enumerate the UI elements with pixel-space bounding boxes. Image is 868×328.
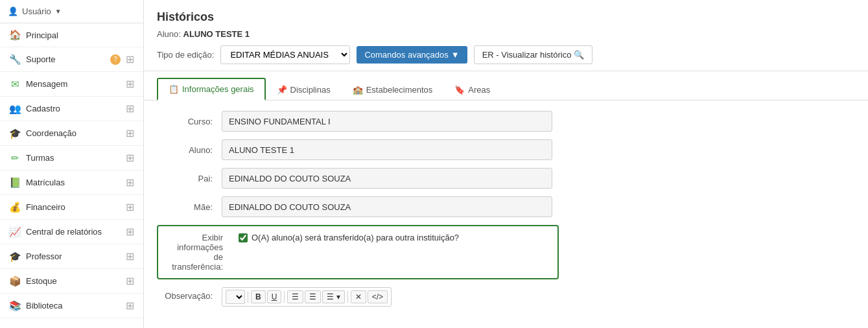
tabs-bar: 📋 Informações gerais 📌 Disciplinas 🏫 Est…	[144, 78, 868, 100]
tab-label: Disciplinas	[290, 85, 331, 95]
bold-button[interactable]: B	[251, 290, 266, 303]
code-button[interactable]: </>	[368, 290, 388, 303]
student-info: Aluno: ALUNO TESTE 1	[157, 29, 855, 39]
professor-icon: 🎓	[9, 251, 21, 263]
student-name: ALUNO TESTE 1	[183, 29, 250, 39]
sidebar-item-label: Financeiro	[26, 202, 121, 212]
message-icon: ✉	[9, 78, 21, 90]
support-badge: ?	[110, 54, 121, 65]
toolbar-separator	[347, 291, 348, 303]
chevron-down-icon: ▼	[451, 50, 460, 60]
curso-input[interactable]	[222, 111, 552, 132]
expand-icon[interactable]: ⊞	[126, 152, 134, 164]
expand-icon[interactable]: ⊞	[126, 176, 134, 189]
aluno-label: Aluno:	[157, 145, 222, 155]
expand-icon[interactable]: ⊞	[126, 275, 134, 287]
sidebar: 👤 Usuário ▼ 🏠 Principal 🔧 Suporte ? ⊞ ✉ …	[0, 0, 144, 328]
library-icon: 📚	[9, 300, 21, 312]
aluno-input[interactable]	[222, 139, 552, 160]
transfer-checkbox[interactable]	[239, 233, 248, 242]
transfer-label: Exibir informações de transferência:	[167, 233, 232, 272]
reports-icon: 📈	[9, 226, 21, 238]
pai-input[interactable]	[222, 168, 552, 189]
search-icon: 🔍	[574, 50, 584, 60]
sidebar-item-label: Mensagem	[26, 79, 121, 89]
sidebar-item-label: Estoque	[26, 276, 121, 286]
page-header: Históricos Aluno: ALUNO TESTE 1 Tipo de …	[144, 0, 868, 71]
tipo-label: Tipo de edição:	[157, 50, 214, 60]
enrollment-icon: 📗	[9, 177, 21, 189]
sidebar-item-mensagem[interactable]: ✉ Mensagem ⊞	[0, 72, 143, 97]
font-size-select[interactable]	[226, 290, 245, 304]
sidebar-item-label: Coordenação	[26, 128, 121, 138]
toolbar-separator	[248, 291, 248, 303]
sidebar-item-label: Principal	[26, 30, 134, 40]
sidebar-item-cadastro[interactable]: 👥 Cadastro ⊞	[0, 97, 143, 121]
mae-row: Mãe:	[157, 196, 855, 217]
form-content: Curso: Aluno: Pai: Mãe: Exibir informaçõ…	[144, 100, 868, 322]
home-icon: 🏠	[9, 29, 21, 41]
sidebar-item-suporte[interactable]: 🔧 Suporte ? ⊞	[0, 47, 143, 72]
sidebar-item-turmas[interactable]: ✏ Turmas ⊞	[0, 146, 143, 170]
sidebar-item-label: Central de relatórios	[26, 227, 121, 237]
sidebar-item-central-relatorios[interactable]: 📈 Central de relatórios ⊞	[0, 220, 143, 244]
sidebar-item-label: Matrículas	[26, 178, 121, 187]
expand-icon[interactable]: ⊞	[126, 78, 134, 90]
expand-icon[interactable]: ⊞	[126, 226, 134, 238]
clear-button[interactable]: ✕	[351, 290, 366, 303]
tab-icon: 🏫	[353, 85, 363, 95]
expand-icon[interactable]: ⊞	[126, 299, 134, 312]
curso-label: Curso:	[157, 117, 222, 126]
editor-toolbar: B U ☰ ☰ ☰ ▾ ✕ </>	[222, 287, 392, 307]
tab-estabelecimentos[interactable]: 🏫 Estabelecimentos	[342, 78, 444, 100]
page-title: Históricos	[157, 10, 855, 24]
sidebar-item-biblioteca[interactable]: 📚 Biblioteca ⊞	[0, 294, 143, 318]
tipo-select[interactable]: EDITAR MÉDIAS ANUAIS	[220, 45, 350, 64]
underline-button[interactable]: U	[267, 290, 282, 303]
tab-areas[interactable]: 🔖 Areas	[443, 78, 501, 100]
sidebar-item-label: Professor	[26, 252, 121, 261]
chevron-down-icon: ▼	[55, 8, 62, 15]
tab-icon: 📋	[169, 84, 179, 94]
tab-icon: 🔖	[454, 85, 465, 95]
expand-icon[interactable]: ⊞	[126, 201, 134, 213]
sidebar-item-label: Suporte	[26, 54, 102, 64]
sidebar-item-principal[interactable]: 🏠 Principal	[0, 23, 143, 47]
classes-icon: ✏	[9, 152, 21, 164]
support-icon: 🔧	[9, 54, 21, 65]
er-history-label: ER - Visualizar histórico	[482, 50, 572, 60]
mae-label: Mãe:	[157, 202, 222, 212]
toolbar-separator	[284, 291, 285, 303]
er-history-button[interactable]: ER - Visualizar histórico 🔍	[474, 45, 593, 64]
transfer-content: O(A) aluno(a) será transferido(a) para o…	[239, 233, 459, 242]
list-ol-button[interactable]: ☰	[305, 290, 321, 303]
editor-area: B U ☰ ☰ ☰ ▾ ✕ </>	[222, 287, 392, 307]
sidebar-item-professor[interactable]: 🎓 Professor ⊞	[0, 244, 143, 269]
pai-label: Pai:	[157, 174, 222, 183]
expand-icon[interactable]: ⊞	[126, 127, 134, 139]
sidebar-item-label: Biblioteca	[26, 301, 121, 310]
tab-disciplinas[interactable]: 📌 Disciplinas	[266, 78, 342, 100]
transfer-box-inner: Exibir informações de transferência: O(A…	[167, 233, 548, 272]
sidebar-user-header[interactable]: 👤 Usuário ▼	[0, 0, 143, 23]
tab-label: Estabelecimentos	[366, 85, 433, 95]
expand-icon[interactable]: ⊞	[126, 102, 134, 115]
align-button[interactable]: ☰ ▾	[322, 290, 344, 303]
user-icon: 👤	[8, 6, 18, 16]
coordination-icon: 🎓	[9, 128, 21, 139]
controls-row: Tipo de edição: EDITAR MÉDIAS ANUAIS Com…	[157, 45, 855, 64]
expand-icon[interactable]: ⊞	[126, 53, 134, 65]
sidebar-item-financeiro[interactable]: 💰 Financeiro ⊞	[0, 195, 143, 220]
curso-row: Curso:	[157, 111, 855, 132]
expand-icon[interactable]: ⊞	[126, 250, 134, 263]
tab-icon: 📌	[277, 85, 287, 95]
list-ul-button[interactable]: ☰	[287, 290, 303, 303]
transfer-box: Exibir informações de transferência: O(A…	[157, 225, 559, 279]
mae-input[interactable]	[222, 196, 552, 217]
tab-info-gerais[interactable]: 📋 Informações gerais	[157, 78, 266, 100]
advanced-commands-button[interactable]: Comandos avançados ▼	[357, 46, 467, 64]
sidebar-item-matriculas[interactable]: 📗 Matrículas ⊞	[0, 170, 143, 195]
sidebar-item-estoque[interactable]: 📦 Estoque ⊞	[0, 269, 143, 294]
stock-icon: 📦	[9, 275, 21, 287]
sidebar-item-coordenacao[interactable]: 🎓 Coordenação ⊞	[0, 121, 143, 146]
